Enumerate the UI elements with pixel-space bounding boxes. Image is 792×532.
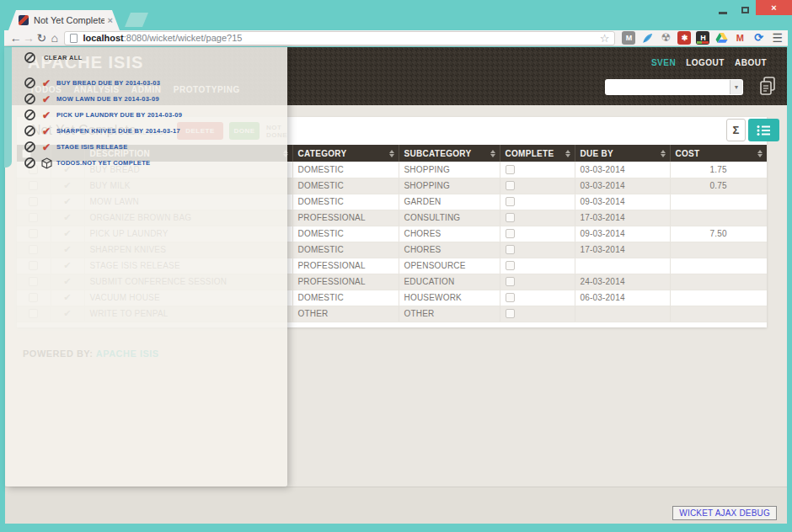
clear-all-row[interactable]: CLEAR ALL: [24, 51, 83, 64]
dismiss-icon[interactable]: [24, 141, 36, 153]
complete-cell: [500, 226, 575, 242]
dismiss-icon[interactable]: [24, 157, 36, 169]
notification-link[interactable]: TODOS.NOT YET COMPLETE: [56, 159, 150, 167]
cost-cell: 1.75: [670, 162, 767, 178]
column-header-dueby[interactable]: DUE BY: [575, 145, 670, 162]
address-bar[interactable]: localhost:8080/wicket/wicket/page?15 ☆: [64, 31, 615, 45]
dismiss-icon[interactable]: [24, 109, 36, 121]
complete-checkbox[interactable]: [506, 261, 515, 270]
notification-link[interactable]: PICK UP LAUNDRY DUE BY 2014-03-09: [56, 111, 182, 119]
column-header-category[interactable]: CATEGORY: [292, 145, 399, 162]
subcategory-cell: SHOPPING: [399, 178, 500, 194]
cost-cell: [670, 258, 767, 274]
sort-icon[interactable]: [389, 150, 394, 157]
url-host: localhost: [83, 33, 123, 43]
user-link[interactable]: SVEN: [651, 58, 676, 67]
summary-view-button[interactable]: Σ: [726, 119, 746, 141]
notification-link[interactable]: BUY BREAD DUE BY 2014-03-03: [56, 79, 160, 87]
complete-checkbox[interactable]: [506, 245, 515, 254]
subcategory-cell: CHORES: [399, 226, 500, 242]
radiation-extension-icon[interactable]: ☢: [659, 31, 672, 45]
complete-cell: [500, 162, 575, 178]
category-cell: PROFESSIONAL: [292, 258, 399, 274]
dismiss-icon[interactable]: [24, 125, 36, 137]
complete-checkbox[interactable]: [506, 309, 515, 318]
dueby-cell: 03-03-2014: [575, 162, 670, 178]
home-icon[interactable]: ⌂: [48, 30, 61, 45]
notification-link[interactable]: SHARPEN KNIVES DUE BY 2014-03-17: [56, 127, 180, 135]
window-controls: ×: [712, 0, 792, 17]
complete-checkbox[interactable]: [506, 197, 515, 206]
close-window-button[interactable]: ×: [756, 0, 792, 15]
tab-close-icon[interactable]: ×: [108, 15, 113, 25]
browser-tab[interactable]: Not Yet Complete ×: [8, 10, 120, 30]
complete-cell: [500, 178, 575, 194]
notification-link[interactable]: MOW LAWN DUE BY 2014-03-09: [56, 95, 159, 103]
dueby-cell: 09-03-2014: [575, 194, 670, 210]
sort-icon[interactable]: [757, 150, 763, 157]
category-cell: DOMESTIC: [292, 162, 399, 178]
google-drive-icon[interactable]: [714, 31, 728, 45]
bookmark-star-icon[interactable]: ☆: [600, 32, 610, 45]
complete-cell: [500, 258, 575, 274]
cost-cell: 0.75: [670, 178, 767, 194]
maximize-button[interactable]: [734, 3, 756, 17]
asterisk-extension-icon[interactable]: ✱: [677, 31, 691, 45]
sort-icon[interactable]: [490, 150, 495, 157]
h-extension-icon[interactable]: H: [696, 31, 709, 45]
extension-m-icon[interactable]: M: [622, 31, 635, 45]
notification-link[interactable]: STAGE ISIS RELEASE: [56, 143, 127, 151]
complete-checkbox[interactable]: [506, 277, 515, 286]
copy-icon[interactable]: [757, 75, 779, 100]
column-header-subcategory[interactable]: SUBCATEGORY: [399, 145, 500, 162]
list-view-button[interactable]: [748, 119, 779, 141]
subcategory-cell: HOUSEWORK: [399, 290, 500, 306]
category-cell: DOMESTIC: [292, 290, 399, 306]
notification: ✔ MOW LAWN DUE BY 2014-03-09: [24, 91, 182, 107]
category-cell: DOMESTIC: [292, 194, 399, 210]
column-label: CATEGORY: [298, 149, 347, 158]
browser-window: × Not Yet Complete × ← → ↻ ⌂ localhost:8…: [0, 0, 792, 532]
forward-icon[interactable]: →: [22, 30, 35, 45]
url-text: localhost:8080/wicket/wicket/page?15: [83, 33, 594, 43]
cost-cell: 7.50: [670, 226, 767, 242]
subcategory-cell: OTHER: [399, 306, 500, 322]
dismiss-icon[interactable]: [24, 77, 36, 89]
cost-cell: [670, 210, 767, 226]
dismiss-icon[interactable]: [24, 93, 36, 105]
dismiss-all-icon[interactable]: [24, 51, 36, 64]
column-header-complete[interactable]: COMPLETE: [500, 145, 575, 162]
gmail-icon[interactable]: M: [733, 31, 747, 45]
logout-link[interactable]: LOGOUT: [686, 58, 725, 67]
todo-check-icon: ✔: [42, 141, 51, 153]
column-header-cost[interactable]: COST: [670, 145, 767, 162]
complete-checkbox[interactable]: [506, 181, 515, 190]
notification: ✔ PICK UP LAUNDRY DUE BY 2014-03-09: [24, 107, 182, 123]
sort-icon[interactable]: [565, 150, 570, 157]
dueby-cell: 09-03-2014: [575, 226, 670, 242]
category-cell: DOMESTIC: [292, 226, 399, 242]
chevron-down-icon[interactable]: ▼: [730, 80, 742, 94]
new-tab-button[interactable]: [125, 13, 148, 27]
minimize-button[interactable]: [712, 3, 734, 17]
complete-cell: [500, 290, 575, 306]
clear-all-label[interactable]: CLEAR ALL: [44, 54, 83, 61]
subcategory-cell: EDUCATION: [399, 274, 500, 290]
back-icon[interactable]: ←: [9, 30, 22, 45]
header-select[interactable]: ▼: [605, 79, 743, 95]
feather-extension-icon[interactable]: [640, 31, 654, 45]
sync-icon[interactable]: ⟳: [752, 31, 765, 45]
about-link[interactable]: ABOUT: [735, 58, 767, 67]
reload-icon[interactable]: ↻: [35, 30, 48, 45]
complete-checkbox[interactable]: [506, 213, 515, 222]
sort-icon[interactable]: [661, 150, 666, 157]
side-handle[interactable]: [4, 47, 12, 168]
subcategory-cell: CHORES: [399, 242, 500, 258]
wicket-ajax-debug-link[interactable]: WICKET AJAX DEBUG: [672, 506, 777, 520]
complete-checkbox[interactable]: [506, 229, 515, 238]
object-cube-icon: [41, 157, 52, 169]
complete-checkbox[interactable]: [506, 165, 515, 174]
menu-icon[interactable]: ☰: [772, 31, 783, 45]
complete-checkbox[interactable]: [506, 293, 515, 302]
cost-cell: [670, 306, 767, 322]
